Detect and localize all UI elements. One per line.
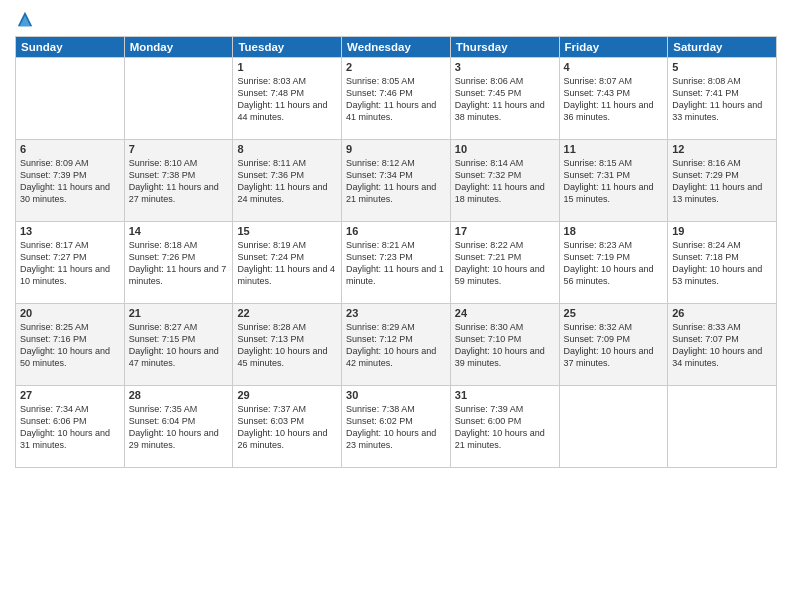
day-number: 22 <box>237 307 337 319</box>
day-info: Sunrise: 8:25 AM Sunset: 7:16 PM Dayligh… <box>20 321 120 370</box>
calendar-cell: 5Sunrise: 8:08 AM Sunset: 7:41 PM Daylig… <box>668 58 777 140</box>
day-info: Sunrise: 8:18 AM Sunset: 7:26 PM Dayligh… <box>129 239 229 288</box>
calendar-cell: 7Sunrise: 8:10 AM Sunset: 7:38 PM Daylig… <box>124 140 233 222</box>
calendar-cell <box>668 386 777 468</box>
day-number: 4 <box>564 61 664 73</box>
day-info: Sunrise: 7:35 AM Sunset: 6:04 PM Dayligh… <box>129 403 229 452</box>
calendar-cell: 25Sunrise: 8:32 AM Sunset: 7:09 PM Dayli… <box>559 304 668 386</box>
day-info: Sunrise: 8:21 AM Sunset: 7:23 PM Dayligh… <box>346 239 446 288</box>
day-number: 27 <box>20 389 120 401</box>
day-info: Sunrise: 8:14 AM Sunset: 7:32 PM Dayligh… <box>455 157 555 206</box>
page: SundayMondayTuesdayWednesdayThursdayFrid… <box>0 0 792 612</box>
day-number: 29 <box>237 389 337 401</box>
day-info: Sunrise: 8:23 AM Sunset: 7:19 PM Dayligh… <box>564 239 664 288</box>
day-number: 28 <box>129 389 229 401</box>
calendar-week-row: 13Sunrise: 8:17 AM Sunset: 7:27 PM Dayli… <box>16 222 777 304</box>
day-number: 17 <box>455 225 555 237</box>
day-number: 25 <box>564 307 664 319</box>
weekday-header-thursday: Thursday <box>450 37 559 58</box>
day-info: Sunrise: 7:39 AM Sunset: 6:00 PM Dayligh… <box>455 403 555 452</box>
calendar-cell: 8Sunrise: 8:11 AM Sunset: 7:36 PM Daylig… <box>233 140 342 222</box>
day-info: Sunrise: 8:10 AM Sunset: 7:38 PM Dayligh… <box>129 157 229 206</box>
calendar: SundayMondayTuesdayWednesdayThursdayFrid… <box>15 36 777 468</box>
day-info: Sunrise: 8:07 AM Sunset: 7:43 PM Dayligh… <box>564 75 664 124</box>
day-info: Sunrise: 8:06 AM Sunset: 7:45 PM Dayligh… <box>455 75 555 124</box>
day-number: 20 <box>20 307 120 319</box>
day-info: Sunrise: 8:09 AM Sunset: 7:39 PM Dayligh… <box>20 157 120 206</box>
day-info: Sunrise: 8:33 AM Sunset: 7:07 PM Dayligh… <box>672 321 772 370</box>
weekday-header-wednesday: Wednesday <box>342 37 451 58</box>
calendar-cell: 30Sunrise: 7:38 AM Sunset: 6:02 PM Dayli… <box>342 386 451 468</box>
calendar-cell: 28Sunrise: 7:35 AM Sunset: 6:04 PM Dayli… <box>124 386 233 468</box>
day-info: Sunrise: 8:11 AM Sunset: 7:36 PM Dayligh… <box>237 157 337 206</box>
day-info: Sunrise: 8:16 AM Sunset: 7:29 PM Dayligh… <box>672 157 772 206</box>
day-info: Sunrise: 7:38 AM Sunset: 6:02 PM Dayligh… <box>346 403 446 452</box>
day-number: 10 <box>455 143 555 155</box>
day-number: 14 <box>129 225 229 237</box>
calendar-cell: 22Sunrise: 8:28 AM Sunset: 7:13 PM Dayli… <box>233 304 342 386</box>
day-info: Sunrise: 8:17 AM Sunset: 7:27 PM Dayligh… <box>20 239 120 288</box>
calendar-cell: 13Sunrise: 8:17 AM Sunset: 7:27 PM Dayli… <box>16 222 125 304</box>
day-number: 21 <box>129 307 229 319</box>
calendar-cell: 29Sunrise: 7:37 AM Sunset: 6:03 PM Dayli… <box>233 386 342 468</box>
calendar-week-row: 20Sunrise: 8:25 AM Sunset: 7:16 PM Dayli… <box>16 304 777 386</box>
day-number: 5 <box>672 61 772 73</box>
day-number: 9 <box>346 143 446 155</box>
day-info: Sunrise: 8:27 AM Sunset: 7:15 PM Dayligh… <box>129 321 229 370</box>
day-number: 19 <box>672 225 772 237</box>
calendar-cell: 27Sunrise: 7:34 AM Sunset: 6:06 PM Dayli… <box>16 386 125 468</box>
day-info: Sunrise: 8:08 AM Sunset: 7:41 PM Dayligh… <box>672 75 772 124</box>
day-number: 12 <box>672 143 772 155</box>
calendar-cell: 9Sunrise: 8:12 AM Sunset: 7:34 PM Daylig… <box>342 140 451 222</box>
calendar-cell: 15Sunrise: 8:19 AM Sunset: 7:24 PM Dayli… <box>233 222 342 304</box>
day-info: Sunrise: 8:19 AM Sunset: 7:24 PM Dayligh… <box>237 239 337 288</box>
day-info: Sunrise: 7:34 AM Sunset: 6:06 PM Dayligh… <box>20 403 120 452</box>
calendar-cell <box>124 58 233 140</box>
calendar-cell: 10Sunrise: 8:14 AM Sunset: 7:32 PM Dayli… <box>450 140 559 222</box>
calendar-cell: 14Sunrise: 8:18 AM Sunset: 7:26 PM Dayli… <box>124 222 233 304</box>
calendar-cell: 6Sunrise: 8:09 AM Sunset: 7:39 PM Daylig… <box>16 140 125 222</box>
day-info: Sunrise: 8:29 AM Sunset: 7:12 PM Dayligh… <box>346 321 446 370</box>
weekday-header-monday: Monday <box>124 37 233 58</box>
day-info: Sunrise: 8:03 AM Sunset: 7:48 PM Dayligh… <box>237 75 337 124</box>
day-number: 23 <box>346 307 446 319</box>
day-number: 3 <box>455 61 555 73</box>
day-number: 8 <box>237 143 337 155</box>
calendar-cell <box>16 58 125 140</box>
calendar-cell: 11Sunrise: 8:15 AM Sunset: 7:31 PM Dayli… <box>559 140 668 222</box>
calendar-cell: 16Sunrise: 8:21 AM Sunset: 7:23 PM Dayli… <box>342 222 451 304</box>
calendar-cell: 2Sunrise: 8:05 AM Sunset: 7:46 PM Daylig… <box>342 58 451 140</box>
day-info: Sunrise: 8:30 AM Sunset: 7:10 PM Dayligh… <box>455 321 555 370</box>
logo-area <box>15 10 35 28</box>
day-number: 2 <box>346 61 446 73</box>
weekday-header-saturday: Saturday <box>668 37 777 58</box>
calendar-cell: 23Sunrise: 8:29 AM Sunset: 7:12 PM Dayli… <box>342 304 451 386</box>
logo <box>15 10 35 28</box>
logo-icon <box>16 10 34 28</box>
day-info: Sunrise: 8:28 AM Sunset: 7:13 PM Dayligh… <box>237 321 337 370</box>
calendar-cell <box>559 386 668 468</box>
day-number: 31 <box>455 389 555 401</box>
day-number: 24 <box>455 307 555 319</box>
day-info: Sunrise: 8:24 AM Sunset: 7:18 PM Dayligh… <box>672 239 772 288</box>
day-number: 18 <box>564 225 664 237</box>
day-number: 13 <box>20 225 120 237</box>
day-number: 30 <box>346 389 446 401</box>
day-number: 7 <box>129 143 229 155</box>
weekday-header-sunday: Sunday <box>16 37 125 58</box>
calendar-cell: 31Sunrise: 7:39 AM Sunset: 6:00 PM Dayli… <box>450 386 559 468</box>
day-number: 26 <box>672 307 772 319</box>
day-info: Sunrise: 8:22 AM Sunset: 7:21 PM Dayligh… <box>455 239 555 288</box>
calendar-week-row: 6Sunrise: 8:09 AM Sunset: 7:39 PM Daylig… <box>16 140 777 222</box>
calendar-cell: 4Sunrise: 8:07 AM Sunset: 7:43 PM Daylig… <box>559 58 668 140</box>
calendar-cell: 17Sunrise: 8:22 AM Sunset: 7:21 PM Dayli… <box>450 222 559 304</box>
calendar-cell: 24Sunrise: 8:30 AM Sunset: 7:10 PM Dayli… <box>450 304 559 386</box>
day-info: Sunrise: 8:15 AM Sunset: 7:31 PM Dayligh… <box>564 157 664 206</box>
calendar-cell: 1Sunrise: 8:03 AM Sunset: 7:48 PM Daylig… <box>233 58 342 140</box>
calendar-week-row: 1Sunrise: 8:03 AM Sunset: 7:48 PM Daylig… <box>16 58 777 140</box>
day-number: 6 <box>20 143 120 155</box>
calendar-cell: 18Sunrise: 8:23 AM Sunset: 7:19 PM Dayli… <box>559 222 668 304</box>
day-number: 11 <box>564 143 664 155</box>
calendar-cell: 19Sunrise: 8:24 AM Sunset: 7:18 PM Dayli… <box>668 222 777 304</box>
day-info: Sunrise: 7:37 AM Sunset: 6:03 PM Dayligh… <box>237 403 337 452</box>
